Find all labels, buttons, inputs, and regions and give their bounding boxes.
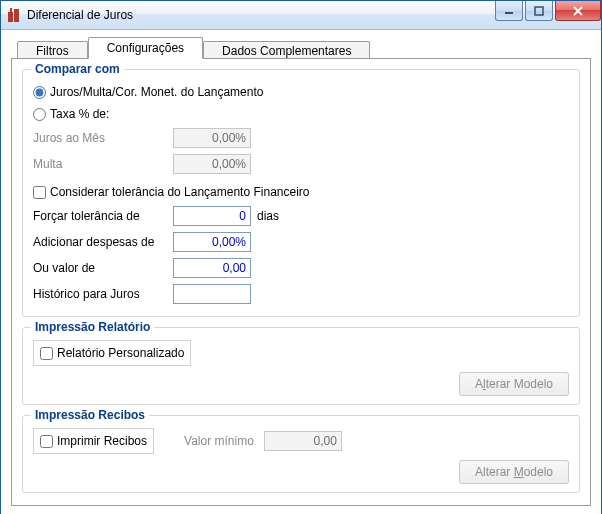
close-button[interactable] (555, 1, 601, 21)
window-buttons (493, 1, 601, 21)
input-juros-mes (173, 128, 251, 148)
radio-taxa-label: Taxa % de: (50, 107, 109, 121)
svg-rect-1 (14, 9, 19, 22)
legend-impressao-relatorio: Impressão Relatório (31, 320, 154, 334)
checkbox-imprimir-recibos-label: Imprimir Recibos (57, 434, 147, 448)
legend-impressao-recibos: Impressão Recibos (31, 408, 149, 422)
group-impressao-recibos: Impressão Recibos Imprimir Recibos Valor… (22, 415, 580, 493)
checkbox-considerar-tolerancia[interactable] (33, 186, 46, 199)
label-valor-minimo: Valor mínimo (184, 434, 254, 448)
label-forcar-tolerancia: Forçar tolerância de (33, 209, 173, 223)
input-valor-minimo (264, 431, 342, 451)
input-historico-juros[interactable] (173, 284, 251, 304)
radio-juros-multa-label: Juros/Multa/Cor. Monet. do Lançamento (50, 85, 263, 99)
input-forcar-tolerancia[interactable] (173, 206, 251, 226)
window-title: Diferencial de Juros (27, 8, 133, 22)
window: Diferencial de Juros Filtros Configuraçõ… (0, 0, 602, 514)
legend-comparar-com: Comparar com (31, 62, 124, 76)
button-alterar-modelo-recibos: Alterar Modelo (459, 460, 569, 484)
svg-rect-3 (505, 12, 513, 14)
button-alterar-modelo-relatorio: Alterar Modelo (459, 372, 569, 396)
group-comparar-com: Comparar com Juros/Multa/Cor. Monet. do … (22, 69, 580, 317)
input-adicionar-despesas[interactable] (173, 232, 251, 252)
label-multa: Multa (33, 157, 173, 171)
checkbox-relatorio-personalizado[interactable] (40, 347, 53, 360)
checkbox-relatorio-personalizado-label: Relatório Personalizado (57, 346, 184, 360)
tab-strip: Filtros Configurações Dados Complementar… (17, 36, 591, 58)
svg-rect-2 (10, 8, 12, 12)
label-dias: dias (257, 209, 279, 223)
client-area: Filtros Configurações Dados Complementar… (1, 30, 601, 514)
titlebar: Diferencial de Juros (1, 1, 601, 30)
action-bar: Confirmar Cancelar (11, 506, 591, 514)
minimize-button[interactable] (495, 1, 523, 21)
radio-juros-multa[interactable] (33, 86, 46, 99)
tab-page-configuracoes: Comparar com Juros/Multa/Cor. Monet. do … (11, 58, 591, 506)
maximize-button[interactable] (525, 1, 553, 21)
svg-rect-4 (535, 7, 543, 15)
tab-configuracoes[interactable]: Configurações (88, 37, 203, 59)
label-historico-juros: Histórico para Juros (33, 287, 173, 301)
checkbox-imprimir-recibos[interactable] (40, 435, 53, 448)
label-juros-mes: Juros ao Mês (33, 131, 173, 145)
app-icon (7, 7, 23, 23)
group-impressao-relatorio: Impressão Relatório Relatório Personaliz… (22, 327, 580, 405)
input-multa (173, 154, 251, 174)
svg-rect-0 (8, 12, 13, 22)
radio-taxa[interactable] (33, 108, 46, 121)
label-adicionar-despesas: Adicionar despesas de (33, 235, 173, 249)
checkbox-considerar-tolerancia-label: Considerar tolerância do Lançamento Fina… (50, 185, 309, 199)
input-ou-valor[interactable] (173, 258, 251, 278)
label-ou-valor: Ou valor de (33, 261, 173, 275)
